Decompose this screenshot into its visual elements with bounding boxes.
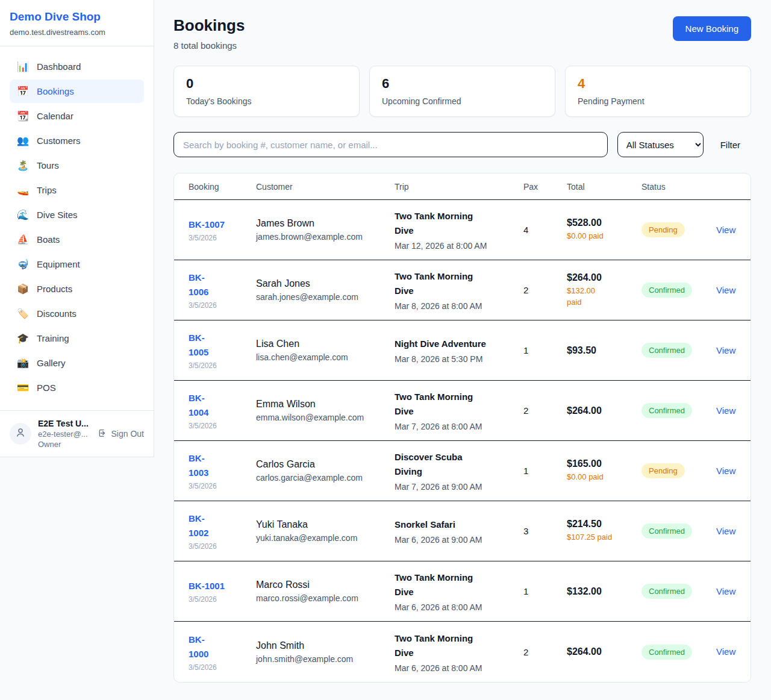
view-link[interactable]: View — [716, 586, 735, 596]
booking-cell: BK-1007 3/5/2026 — [189, 217, 256, 242]
customer-name: Marco Rossi — [256, 580, 395, 590]
trip-name: Two Tank Morning Dive — [395, 570, 523, 599]
booking-id-link[interactable]: BK- 1000 — [189, 633, 208, 661]
booking-id-link[interactable]: BK-1001 — [189, 579, 225, 593]
trip-cell: Discover Scuba Diving Mar 7, 2026 at 9:0… — [395, 450, 523, 492]
total-amount: $528.00 — [567, 217, 641, 228]
sidebar-item-boats[interactable]: ⛵ Boats — [10, 228, 144, 251]
status-filter-select[interactable]: All Statuses — [617, 132, 704, 157]
booking-date: 3/5/2026 — [189, 234, 256, 242]
actions-cell: View — [716, 285, 736, 296]
sidebar-item-label: Training — [37, 333, 69, 343]
customer-name: John Smith — [256, 640, 395, 651]
sidebar-item-dive-sites[interactable]: 🌊 Dive Sites — [10, 203, 144, 227]
column-header-total: Total — [567, 182, 641, 192]
booking-id-link[interactable]: BK- 1006 — [189, 270, 208, 299]
total-amount: $132.00 — [567, 586, 641, 597]
booking-id-link[interactable]: BK- 1004 — [189, 391, 208, 420]
customer-name: Sarah Jones — [256, 278, 395, 289]
stat-label: Pending Payment — [578, 96, 738, 106]
sidebar-item-label: Calendar — [37, 111, 73, 121]
status-badge: Pending — [641, 463, 685, 478]
column-header-status: Status — [641, 182, 716, 192]
trip-name: Two Tank Morning Dive — [395, 390, 523, 419]
trip-cell: Two Tank Morning Dive Mar 12, 2026 at 8:… — [395, 209, 523, 251]
customer-email: lisa.chen@example.com — [256, 352, 395, 362]
total-amount: $214.50 — [567, 519, 641, 530]
trip-cell: Two Tank Morning Dive Mar 8, 2026 at 8:0… — [395, 269, 523, 311]
customer-cell: Carlos Garcia carlos.garcia@example.com — [256, 459, 395, 483]
view-link[interactable]: View — [716, 225, 735, 235]
sidebar-item-customers[interactable]: 👥 Customers — [10, 129, 144, 152]
new-booking-button[interactable]: New Booking — [673, 16, 751, 41]
sidebar-item-training[interactable]: 🎓 Training — [10, 327, 144, 350]
brand-name: Demo Dive Shop — [10, 10, 144, 23]
trip-datetime: Mar 7, 2026 at 8:00 AM — [395, 422, 523, 431]
booking-cell: BK- 1003 3/5/2026 — [189, 451, 256, 490]
sign-out-button[interactable]: Sign Out — [98, 428, 144, 440]
booking-id-link[interactable]: BK-1007 — [189, 217, 225, 232]
column-header-customer: Customer — [256, 182, 395, 192]
tear-calendar-icon: 📆 — [17, 110, 29, 122]
view-link[interactable]: View — [716, 526, 735, 536]
table-row: BK-1001 3/5/2026 Marco Rossi marco.rossi… — [174, 561, 751, 622]
sidebar-item-label: Products — [37, 284, 72, 294]
diving-mask-icon: 🤿 — [17, 258, 29, 270]
view-link[interactable]: View — [716, 285, 735, 295]
stat-card: 0 Today's Bookings — [173, 66, 360, 117]
actions-cell: View — [716, 345, 736, 356]
sidebar-item-equipment[interactable]: 🤿 Equipment — [10, 252, 144, 276]
actions-cell: View — [716, 526, 736, 537]
sidebar-item-trips[interactable]: 🚤 Trips — [10, 178, 144, 202]
sailboat-icon: ⛵ — [17, 234, 29, 245]
customer-email: marco.rossi@example.com — [256, 593, 395, 603]
sidebar-nav: 📊 Dashboard 📅 Bookings 📆 Calendar 👥 Cust… — [0, 46, 154, 410]
table-row: BK- 1002 3/5/2026 Yuki Tanaka yuki.tanak… — [174, 501, 751, 561]
view-link[interactable]: View — [716, 405, 735, 416]
page-subtitle: 8 total bookings — [173, 40, 245, 51]
trip-name: Two Tank Morning Dive — [395, 209, 523, 238]
status-badge: Pending — [641, 222, 685, 237]
sidebar-item-label: Equipment — [37, 259, 80, 269]
search-input[interactable] — [173, 132, 608, 157]
sidebar-item-pos[interactable]: 💳 POS — [10, 376, 144, 399]
brand-domain: demo.test.divestreams.com — [10, 28, 144, 37]
trip-datetime: Mar 6, 2026 at 8:00 AM — [395, 663, 523, 673]
booking-date: 3/5/2026 — [189, 542, 256, 551]
total-cell: $214.50 $107.25 paid — [567, 519, 641, 543]
stats-cards: 0 Today's Bookings 6 Upcoming Confirmed … — [173, 66, 751, 117]
sidebar-item-gallery[interactable]: 📸 Gallery — [10, 351, 144, 375]
booking-date: 3/5/2026 — [189, 482, 256, 490]
sidebar-item-dashboard[interactable]: 📊 Dashboard — [10, 55, 144, 78]
booking-date: 3/5/2026 — [189, 422, 256, 430]
stat-value: 6 — [382, 77, 543, 91]
sidebar-item-tours[interactable]: 🏝️ Tours — [10, 154, 144, 177]
view-link[interactable]: View — [716, 345, 735, 355]
booking-cell: BK- 1006 3/5/2026 — [189, 270, 256, 310]
booking-id-link[interactable]: BK- 1003 — [189, 451, 208, 480]
total-cell: $264.00 — [567, 646, 641, 657]
customer-name: James Brown — [256, 218, 395, 229]
booking-id-link[interactable]: BK- 1002 — [189, 511, 208, 540]
pax-count: 1 — [523, 466, 567, 476]
table-header-row: BookingCustomerTripPaxTotalStatus — [174, 173, 751, 200]
view-link[interactable]: View — [716, 646, 735, 657]
speedboat-icon: 🚤 — [17, 184, 29, 196]
filter-button[interactable]: Filter — [713, 140, 751, 150]
sidebar-item-label: Trips — [37, 185, 57, 195]
status-badge: Confirmed — [641, 523, 692, 539]
total-amount: $93.50 — [567, 345, 641, 356]
actions-cell: View — [716, 405, 736, 416]
filter-controls: All Statuses Filter — [173, 132, 751, 157]
view-link[interactable]: View — [716, 466, 735, 476]
sidebar-item-discounts[interactable]: 🏷️ Discounts — [10, 302, 144, 325]
customer-cell: Lisa Chen lisa.chen@example.com — [256, 339, 395, 362]
main-content: Bookings 8 total bookings New Booking 0 … — [154, 0, 771, 700]
table-row: BK-1007 3/5/2026 James Brown james.brown… — [174, 200, 751, 260]
pax-count: 3 — [523, 526, 567, 536]
bar-chart-icon: 📊 — [17, 61, 29, 72]
sidebar-item-calendar[interactable]: 📆 Calendar — [10, 104, 144, 128]
booking-id-link[interactable]: BK- 1005 — [189, 331, 208, 360]
sidebar-item-bookings[interactable]: 📅 Bookings — [10, 80, 144, 103]
sidebar-item-products[interactable]: 📦 Products — [10, 277, 144, 301]
